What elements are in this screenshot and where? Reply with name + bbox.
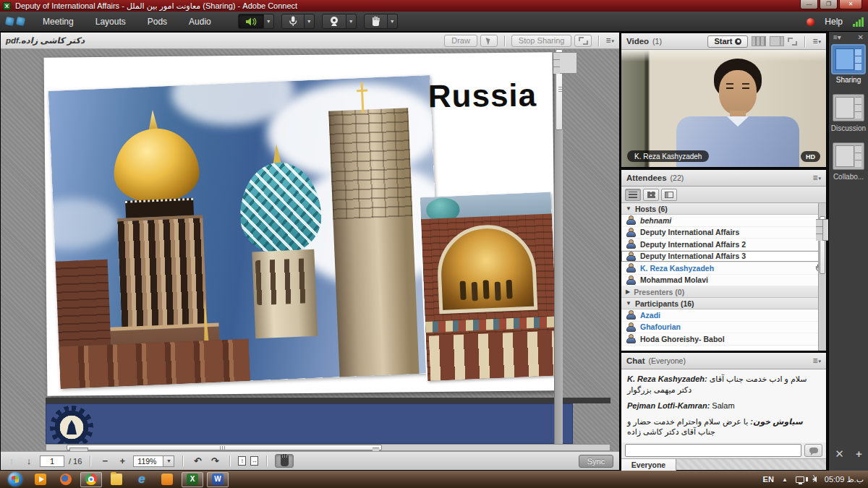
menu-bar: MeetingLayoutsPodsAudio ▼ ▼ ▼ [0, 12, 868, 32]
taskbar-button[interactable] [207, 472, 229, 487]
microphone-dropdown[interactable]: ▼ [305, 14, 315, 29]
zoom-dropdown-icon[interactable]: ▼ [163, 455, 174, 467]
scrollbar-thumb[interactable] [820, 216, 825, 274]
chat-pod-options-menu[interactable]: ≡▾ [812, 356, 821, 365]
attendees-pod-options-menu[interactable]: ≡▾ [812, 174, 821, 182]
menu-item[interactable]: Audio [178, 12, 222, 32]
zoom-level-select[interactable]: 119% ▼ [133, 455, 174, 467]
attendee-row[interactable]: Deputy International Affairs [621, 227, 826, 239]
raise-hand-dropdown[interactable]: ▼ [388, 14, 398, 29]
layout-thumbnail[interactable]: Collabo... [833, 142, 864, 181]
stop-sharing-button[interactable]: Stop Sharing [511, 35, 572, 47]
microphone-button[interactable] [281, 14, 305, 29]
language-indicator[interactable]: EN [763, 475, 774, 484]
pointer-tool-button[interactable] [480, 35, 498, 47]
layouts-menu-icon[interactable]: ≡▾ [833, 33, 841, 41]
attendee-row[interactable]: Ghafourian [621, 322, 826, 334]
close-button[interactable]: ✕ [839, 0, 862, 9]
webcam-dropdown[interactable]: ▼ [346, 14, 357, 29]
tower-arches [255, 258, 314, 305]
attendee-row[interactable]: Hoda Ghoreishy- Babol [621, 333, 826, 346]
horizontal-scrollbar[interactable] [46, 444, 610, 451]
fullscreen-icon [579, 37, 588, 45]
menu-item[interactable]: Pods [137, 12, 178, 32]
speaker-dropdown[interactable]: ▼ [264, 14, 274, 29]
help-menu[interactable]: Help [825, 17, 843, 27]
attendee-icon [626, 263, 635, 273]
rotate-right-button[interactable]: ↷ [208, 455, 221, 468]
attendee-row[interactable]: Deputy International Affairs 2 [621, 239, 826, 251]
pan-tool-button[interactable] [275, 454, 294, 468]
attendee-grid-view-button[interactable] [643, 189, 659, 201]
attendee-icon [626, 215, 635, 225]
menu-item[interactable]: Meeting [32, 12, 85, 32]
taskbar-button[interactable] [156, 472, 178, 487]
fullscreen-button[interactable] [574, 35, 592, 47]
previous-page-button[interactable]: ↑ [5, 455, 18, 468]
layout-thumbnail[interactable]: Sharing [833, 46, 864, 84]
zoom-out-button[interactable]: − [98, 455, 111, 468]
taskbar-button[interactable] [4, 472, 26, 487]
taskbar-button[interactable] [80, 472, 102, 487]
participants-section-header[interactable]: ▼ Participants (16) [621, 298, 826, 309]
university-logo [50, 406, 93, 449]
video-pod-options-menu[interactable]: ≡▾ [812, 37, 821, 46]
tab-everyone[interactable]: Everyone [621, 459, 676, 471]
draw-button[interactable]: Draw [444, 35, 477, 47]
clock[interactable]: 05:09 ب.ظ [825, 475, 864, 484]
menu-item[interactable]: Layouts [85, 12, 137, 32]
fit-page-button[interactable]: ↕ [238, 456, 246, 466]
maximize-button[interactable]: ❐ [820, 0, 838, 9]
taskbar-button[interactable] [55, 472, 77, 487]
attendee-row[interactable]: Deputy International Affairs 3 [621, 251, 826, 263]
filmstrip-view-button[interactable] [770, 36, 784, 46]
cathedral-photo [48, 75, 443, 389]
attendee-list-view-button[interactable] [625, 189, 641, 201]
attendee-row[interactable]: K. Reza Kashyzadeh [621, 262, 826, 275]
zoom-in-button[interactable]: + [116, 455, 129, 468]
share-pod-options-menu[interactable]: ≡▾ [605, 36, 614, 45]
webcam-icon [735, 38, 741, 45]
send-chat-button[interactable] [804, 444, 822, 457]
grid-view-button[interactable] [752, 36, 766, 46]
scrollbar-thumb[interactable] [556, 49, 563, 130]
add-layout-icon[interactable]: + [856, 448, 862, 461]
hosts-section-header[interactable]: ▼ Hosts (6) [621, 203, 826, 215]
speaker-button[interactable] [238, 14, 264, 29]
minimize-button[interactable]: — [800, 0, 818, 9]
sync-button[interactable]: Sync [579, 455, 613, 468]
attendee-row[interactable]: Azadi [621, 309, 826, 322]
raise-hand-button[interactable] [364, 14, 388, 29]
next-page-button[interactable]: ↓ [22, 455, 35, 468]
attendee-icon [626, 252, 635, 261]
network-icon[interactable] [796, 476, 804, 483]
attendee-icon [626, 228, 635, 237]
window-title: Deputy of International Affairs - معاونت… [15, 1, 297, 11]
document-toolbar: ↑ ↓ / 16 − + 119% ▼ ↶ ↷ ↕ ↔ Sync [1, 451, 619, 470]
presenters-section-header[interactable]: ▶ Presenters (0) [621, 286, 826, 298]
chat-input[interactable] [625, 444, 801, 457]
rotate-left-button[interactable]: ↶ [191, 455, 204, 468]
taskbar-button[interactable] [30, 472, 51, 487]
layouts-close-icon[interactable]: ✕ [858, 33, 864, 41]
attendee-status-view-button[interactable] [661, 189, 677, 201]
taskbar-button[interactable] [106, 472, 127, 487]
page-number-input[interactable] [40, 455, 64, 467]
vertical-scrollbar[interactable] [554, 49, 563, 444]
start-webcam-button[interactable]: Start [707, 35, 748, 48]
attendee-row[interactable]: Mohammad Molavi [621, 275, 826, 287]
video-fullscreen-icon[interactable] [788, 38, 797, 46]
layout-thumbnail[interactable]: Discussion [831, 94, 866, 132]
taskbar-button[interactable] [131, 472, 153, 487]
remove-layout-icon[interactable]: ✕ [835, 448, 844, 461]
slide-title: Russia [428, 77, 537, 115]
fit-width-button[interactable]: ↔ [250, 456, 258, 466]
volume-icon[interactable] [812, 476, 817, 482]
attendees-scrollbar[interactable] [818, 203, 826, 351]
brand-icon [16, 17, 25, 26]
chat-pod-header: Chat (Everyone) ≡▾ [621, 353, 826, 369]
taskbar-button[interactable] [182, 472, 203, 487]
webcam-button[interactable] [322, 14, 346, 29]
hidden-icons-button[interactable]: ▲ [782, 476, 788, 483]
attendee-row[interactable]: behnami [621, 215, 826, 227]
